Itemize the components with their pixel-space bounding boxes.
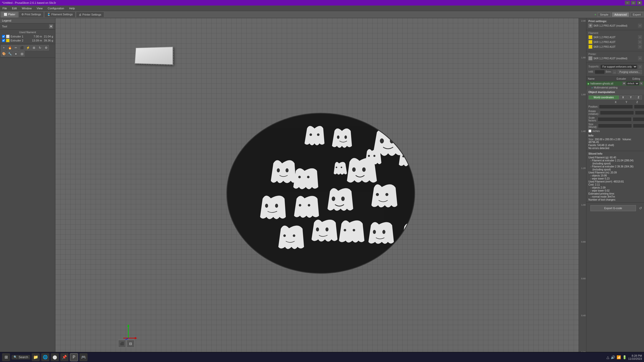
svg-point-4 xyxy=(380,139,384,144)
object-manipulation-title: Object manipulation xyxy=(588,90,615,94)
taskbar-app2[interactable]: 🎮 xyxy=(79,353,88,361)
menu-view[interactable]: View xyxy=(36,6,44,10)
multimaterial-label[interactable]: Multimaterial painting xyxy=(594,86,618,89)
filament3-swatch xyxy=(588,45,592,49)
rotate-x[interactable]: 0 xyxy=(600,111,634,115)
sliced-wipe-m-label: - wipe tower xyxy=(590,177,604,180)
tab-printer-settings[interactable]: 🖨 Printer Settings xyxy=(76,12,104,18)
sliced-print-time: Estimated printing time: xyxy=(588,192,642,195)
z-axis-btn[interactable]: Z xyxy=(635,95,642,100)
taskbar-explorer[interactable]: 📁 xyxy=(32,353,40,361)
sliced-mm3-label: Used Filament (mm³): xyxy=(588,180,613,183)
close-button[interactable]: ✕ xyxy=(637,1,642,5)
tray-icon-2: 🔊 xyxy=(611,355,615,359)
tool-dropdown[interactable]: ▼ xyxy=(49,24,53,28)
svg-point-32 xyxy=(373,230,376,234)
filament3-arrow[interactable]: › xyxy=(638,45,642,49)
start-button[interactable]: ⊞ xyxy=(2,353,10,361)
taskbar-edge[interactable]: 🌐 xyxy=(41,353,49,361)
maximize-button[interactable]: □ xyxy=(631,1,636,5)
support-icon[interactable]: 🔧 xyxy=(7,51,13,57)
object-extruder-select[interactable]: default 1 2 xyxy=(626,82,639,85)
menu-edit[interactable]: Edit xyxy=(11,6,18,10)
taskbar-app1[interactable]: 📌 xyxy=(60,353,68,361)
purging-btn[interactable]: Purging volumes... xyxy=(618,70,642,74)
sliced-filament-mm3: Used Filament (mm³): 48319.81 xyxy=(588,180,642,183)
menu-help[interactable]: Help xyxy=(68,6,76,10)
object-row-halloween: ◈ halloween-ghosts.stl 👁 default 1 2 ✎ xyxy=(586,81,644,86)
extruder2-color xyxy=(6,39,10,42)
svg-point-26 xyxy=(283,234,286,237)
paint-icon[interactable]: 🎨 xyxy=(1,51,7,57)
svg-point-29 xyxy=(326,228,329,232)
filament1-name: SKR 1.2 PRO A10T xyxy=(593,36,637,39)
tab-plater[interactable]: ⬜ Plater xyxy=(1,12,18,18)
rp-filament-label: Filament: xyxy=(588,32,642,34)
brim-value[interactable]: … xyxy=(613,70,617,74)
layers-icon[interactable]: ⬛ xyxy=(19,45,25,51)
menu-file[interactable]: File xyxy=(2,6,8,10)
position-y[interactable]: 109.98 xyxy=(634,105,644,109)
sliced-ext2-label: - Filament at extruder 2 xyxy=(590,165,616,168)
mode-advanced-button[interactable]: Advanced xyxy=(612,12,629,17)
taskbar-prusaslicer[interactable]: P xyxy=(70,353,78,361)
orient-icon[interactable]: ↻ xyxy=(37,45,43,51)
world-coords-btn[interactable]: World coordinates xyxy=(588,95,619,100)
taskbar-chrome[interactable]: ⬤ xyxy=(51,353,59,361)
sliced-objects-m-label: - objects xyxy=(590,174,600,177)
merge-icon[interactable]: ⚡ xyxy=(25,45,31,51)
tab-print-settings[interactable]: ⚙ Print Settings xyxy=(19,12,44,18)
seam-icon[interactable]: ● xyxy=(13,51,19,57)
cut-icon[interactable]: ✂ xyxy=(13,45,19,51)
cube-view-perspective[interactable]: ⬛ xyxy=(118,340,126,347)
flame-icon[interactable]: 🔥 xyxy=(7,45,13,51)
eye-icon[interactable]: 👁 xyxy=(622,82,626,85)
supports-arrow[interactable]: › xyxy=(638,65,642,69)
tab-filament-settings[interactable]: 🧵 Filament Settings xyxy=(44,12,75,18)
scale-y[interactable]: 98.04 xyxy=(633,117,644,121)
inches-checkbox[interactable] xyxy=(588,129,591,132)
edit-icon[interactable]: ✎ xyxy=(639,82,643,85)
svg-point-37 xyxy=(373,155,375,157)
x-axis-btn[interactable]: X xyxy=(620,95,627,100)
export-gcode-button[interactable]: Export G-code xyxy=(590,205,636,211)
print-config-arrow[interactable]: › xyxy=(638,24,642,28)
mode-simple-button[interactable]: Simple xyxy=(598,12,611,17)
svg-point-27 xyxy=(293,234,295,237)
mode-expert-button[interactable]: Expert xyxy=(630,12,643,17)
supports-select[interactable]: For support enforcers only None Everywhe… xyxy=(600,64,637,69)
size-x[interactable]: 200 xyxy=(598,124,632,128)
y-axis-btn[interactable]: Y xyxy=(627,95,634,100)
filament3-name: SKR 1.2 PRO A10T xyxy=(593,46,637,48)
size-y[interactable]: 200 xyxy=(633,124,644,128)
minimize-button[interactable]: ─ xyxy=(625,1,630,5)
position-x[interactable]: 119.65 xyxy=(599,105,633,109)
col-name-label: Name xyxy=(588,77,615,80)
filament2-arrow[interactable]: › xyxy=(638,40,642,44)
sliced-filament-g: Used Filament (g): 60.40 xyxy=(588,156,642,159)
sliced-print-time-label: Estimated printing time: xyxy=(588,192,615,195)
search-bar[interactable]: 🔍 Search xyxy=(12,355,30,359)
export-row: Export G-code ↺ xyxy=(586,202,644,214)
filament2-row: SKR 1.2 PRO A10T › xyxy=(588,40,642,44)
extruder2-checkbox[interactable] xyxy=(2,39,5,42)
info-facets: 54148 (1 shell) xyxy=(597,144,614,147)
viewport[interactable]: ⬛ ⊟ 227713 277456 2.00 1.80 1.60 1.40 1.… xyxy=(55,18,586,362)
sliced-info-section: Sliced Info Used Filament (g): 60.40 - F… xyxy=(586,151,644,202)
extruder1-checkbox[interactable] xyxy=(2,35,5,38)
sliced-wipe-m: - wipe tower 0.23 xyxy=(588,177,642,180)
arrange-icon[interactable]: ⊞ xyxy=(31,45,37,51)
refresh-icon[interactable]: ↺ xyxy=(639,206,642,210)
add-icon[interactable]: + xyxy=(1,45,7,51)
settings-icon[interactable]: ⚙ xyxy=(43,45,49,51)
menu-configuration[interactable]: Configuration xyxy=(47,6,65,10)
info-size: 200.00 x 200.00 x 2.00 xyxy=(595,138,620,141)
scale-x[interactable]: 98.04 xyxy=(598,117,632,121)
infill-field[interactable]: 10% xyxy=(595,70,605,74)
menu-window[interactable]: Window xyxy=(21,6,33,10)
export-icon[interactable]: ▤ xyxy=(19,51,25,57)
printer-arrow[interactable]: › xyxy=(638,56,642,60)
filament1-arrow[interactable]: › xyxy=(638,35,642,39)
cube-view-flat[interactable]: ⊟ xyxy=(127,340,134,347)
rotate-y[interactable]: 0 xyxy=(635,111,644,115)
